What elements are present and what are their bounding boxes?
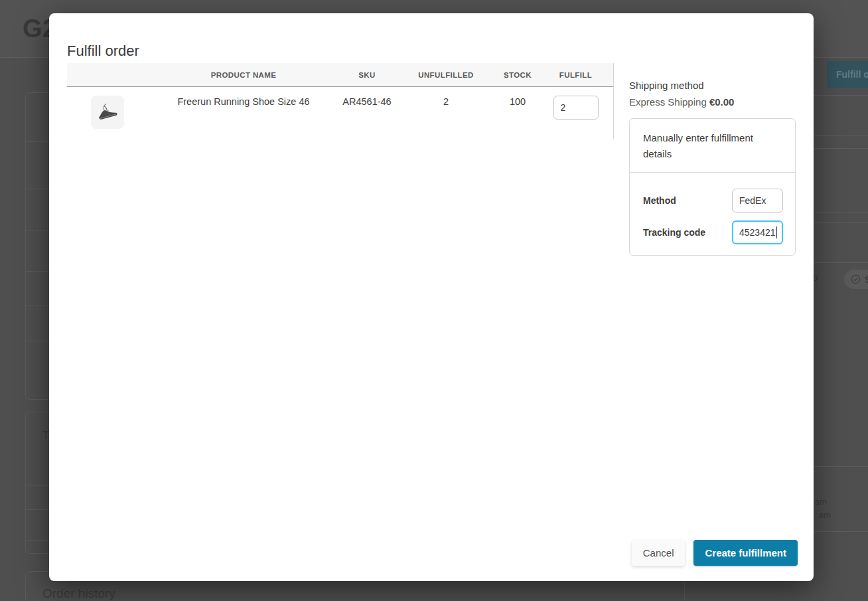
card-divider — [814, 531, 868, 532]
modal-title: Fulfill order — [67, 43, 139, 60]
sku-cell: AR4561-46 — [339, 87, 395, 107]
tracking-code-value: 4523421 — [739, 227, 776, 238]
shipping-panel: Shipping method Express Shipping €0.00 M… — [629, 80, 796, 256]
status-badge: Se — [844, 270, 868, 289]
sneaker-icon — [94, 98, 121, 126]
order-history-heading: Order history — [42, 586, 115, 601]
shipping-method-price: €0.00 — [709, 96, 735, 108]
card-divider — [814, 148, 868, 149]
card-divider — [814, 222, 868, 223]
cancel-button[interactable]: Cancel — [632, 540, 686, 566]
method-field-row: Method — [643, 189, 783, 213]
tracking-code-label: Tracking code — [643, 227, 705, 238]
shipping-method-value: Express Shipping €0.00 — [629, 96, 796, 108]
method-input[interactable] — [732, 189, 783, 213]
table-row: Freerun Running Shoe Size 46 AR4561-46 2… — [67, 87, 613, 139]
column-header-stock: STOCK — [497, 71, 538, 79]
method-label: Method — [643, 195, 676, 206]
card-divider — [814, 95, 868, 96]
manual-fulfillment-title: Manually enter fulfillment details — [630, 119, 795, 173]
column-header-fulfill: FULFILL — [538, 71, 613, 79]
card-divider — [814, 135, 868, 136]
fulfill-order-modal: Fulfill order PRODUCT NAME SKU UNFULFILL… — [49, 13, 814, 581]
card-divider — [814, 213, 868, 213]
card-divider — [814, 262, 868, 263]
column-header-product-name: PRODUCT NAME — [148, 71, 339, 79]
check-circle-icon — [851, 274, 861, 284]
event-timestamp: am — [815, 497, 827, 507]
product-thumbnail-cell — [67, 87, 148, 129]
event-timestamp: am — [819, 510, 831, 520]
manual-fulfillment-box: Manually enter fulfillment details Metho… — [629, 118, 796, 256]
column-header-sku: SKU — [339, 71, 395, 79]
create-fulfillment-button[interactable]: Create fulfillment — [693, 540, 798, 566]
shipping-method-name: Express Shipping — [629, 96, 709, 108]
shipping-method-heading: Shipping method — [629, 80, 796, 91]
text-cursor — [776, 226, 778, 238]
card-divider — [814, 466, 868, 467]
fulfill-order-background-button[interactable]: Fulfill o — [827, 61, 868, 88]
fulfill-quantity-input[interactable] — [553, 96, 599, 120]
fulfill-products-table: PRODUCT NAME SKU UNFULFILLED STOCK FULFI… — [67, 63, 614, 139]
column-header-unfulfilled: UNFULFILLED — [395, 71, 497, 79]
tracking-code-field-row: Tracking code 4523421 — [643, 220, 783, 244]
fulfill-quantity-cell — [538, 87, 613, 120]
modal-footer: Cancel Create fulfillment — [632, 540, 798, 566]
manual-fulfillment-fields: Method Tracking code 4523421 — [630, 173, 795, 255]
product-name-cell: Freerun Running Shoe Size 46 — [148, 87, 339, 107]
unfulfilled-quantity-cell: 2 — [395, 87, 497, 107]
tracking-code-input[interactable]: 4523421 — [732, 220, 783, 244]
status-badge-label: Se — [865, 274, 868, 285]
table-header-row: PRODUCT NAME SKU UNFULFILLED STOCK FULFI… — [67, 63, 613, 87]
product-thumbnail — [91, 96, 124, 129]
stock-quantity-cell: 100 — [497, 87, 538, 107]
payment-card-heading: T — [42, 429, 49, 442]
